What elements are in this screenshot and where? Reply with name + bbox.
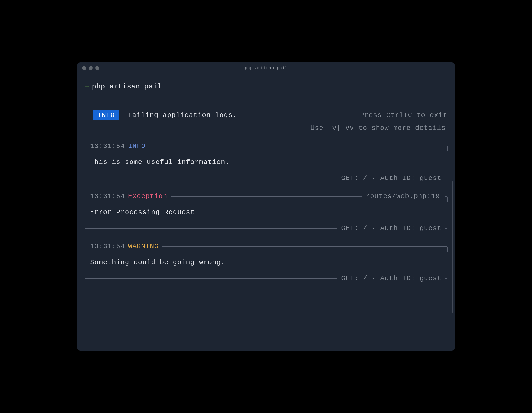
log-body: This is some useful information. <box>85 151 447 173</box>
log-level: INFO <box>128 141 145 151</box>
log-meta: GET: / · Auth ID: guest <box>337 273 445 284</box>
log-bottom: GET: / · Auth ID: guest <box>85 173 447 183</box>
log-source: routes/web.php:19 <box>362 191 445 202</box>
info-badge: INFO <box>93 110 119 120</box>
log-entry: 13:31:54Exceptionroutes/web.php:19Error … <box>85 191 447 234</box>
log-message: Error Processing Request <box>90 207 442 218</box>
log-timestamp: 13:31:54 <box>90 241 125 252</box>
log-message: Something could be going wrong. <box>90 257 442 268</box>
window-title: php artisan pail <box>77 66 455 71</box>
log-top: 13:31:54INFO <box>85 141 447 151</box>
log-top: 13:31:54Exceptionroutes/web.php:19 <box>85 191 447 202</box>
log-bottom: GET: / · Auth ID: guest <box>85 223 447 234</box>
log-timestamp: 13:31:54 <box>90 191 125 202</box>
scrollbar[interactable] <box>452 181 453 313</box>
log-body: Error Processing Request <box>85 202 447 223</box>
prompt-line: → php artisan pail <box>85 82 447 92</box>
log-body: Something could be going wrong. <box>85 252 447 273</box>
prompt-arrow-icon: → <box>85 82 89 92</box>
log-top: 13:31:54WARNING <box>85 241 447 252</box>
log-level: Exception <box>128 191 167 202</box>
log-bottom: GET: / · Auth ID: guest <box>85 273 447 284</box>
log-meta: GET: / · Auth ID: guest <box>337 223 445 234</box>
log-entry: 13:31:54WARNINGSomething could be going … <box>85 241 447 284</box>
header-line: INFO Tailing application logs. Press Ctr… <box>85 110 447 120</box>
terminal-window: php artisan pail → php artisan pail INFO… <box>77 62 455 351</box>
header-subhint: Use -v|-vv to show more details <box>85 123 447 133</box>
log-top-left: 13:31:54Exception <box>85 191 171 202</box>
log-meta: GET: / · Auth ID: guest <box>337 173 445 183</box>
close-icon[interactable] <box>82 66 86 70</box>
header-left: INFO Tailing application logs. <box>93 110 237 120</box>
minimize-icon[interactable] <box>89 66 93 70</box>
log-top-left: 13:31:54INFO <box>85 141 149 151</box>
log-message: This is some useful information. <box>90 157 442 167</box>
titlebar: php artisan pail <box>77 62 455 74</box>
log-top-left: 13:31:54WARNING <box>85 241 162 252</box>
maximize-icon[interactable] <box>95 66 99 70</box>
log-timestamp: 13:31:54 <box>90 141 125 151</box>
header-message: Tailing application logs. <box>128 111 237 119</box>
logs-container: 13:31:54INFOThis is some useful informat… <box>85 141 447 284</box>
traffic-lights <box>82 66 99 70</box>
header-hint: Press Ctrl+C to exit <box>360 110 447 120</box>
log-entry: 13:31:54INFOThis is some useful informat… <box>85 141 447 183</box>
terminal-body[interactable]: → php artisan pail INFO Tailing applicat… <box>77 74 455 351</box>
log-level: WARNING <box>128 241 159 252</box>
prompt-command: php artisan pail <box>92 82 162 92</box>
